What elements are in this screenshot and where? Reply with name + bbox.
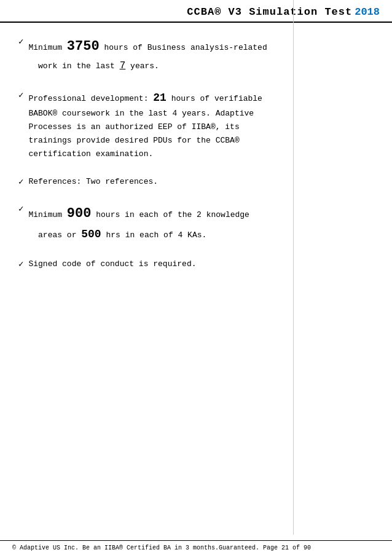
header-year: 2018 bbox=[355, 6, 380, 18]
checkmark-icon-2: ✓ bbox=[18, 90, 23, 100]
number-7: 7 bbox=[120, 60, 126, 71]
bullet-text-1: Minimum 3750 hours of Business analysis-… bbox=[28, 35, 374, 75]
bullet-text-5: Signed code of conduct is required. bbox=[28, 258, 374, 271]
header-title: CCBA® V3 Simulation Test bbox=[187, 6, 352, 18]
bullet-item-1: ✓ Minimum 3750 hours of Business analysi… bbox=[18, 35, 374, 75]
page-header: CCBA® V3 Simulation Test 2018 bbox=[0, 0, 392, 23]
checkmark-icon-5: ✓ bbox=[18, 259, 23, 269]
bullet-item-3: ✓ References: Two references. bbox=[18, 175, 374, 189]
checkmark-icon-4: ✓ bbox=[18, 203, 23, 214]
bullet-text-4: Minimum 900 hours in each of the 2 knowl… bbox=[28, 202, 374, 244]
main-content: ✓ Minimum 3750 hours of Business analysi… bbox=[0, 23, 392, 297]
number-500: 500 bbox=[81, 228, 101, 240]
bullet-item-5: ✓ Signed code of conduct is required. bbox=[18, 258, 374, 271]
checkmark-icon-3: ✓ bbox=[18, 176, 23, 187]
page-container: CCBA® V3 Simulation Test 2018 ✓ Minimum … bbox=[0, 0, 392, 555]
bullet-text-3: References: Two references. bbox=[28, 175, 374, 189]
page-footer: © Adaptive US Inc. Be an IIBA® Certified… bbox=[0, 540, 392, 555]
bullet-item-4: ✓ Minimum 900 hours in each of the 2 kno… bbox=[18, 202, 374, 244]
bullet-item-2: ✓ Professional development: 21 hours of … bbox=[18, 89, 374, 162]
bullet-text-2: Professional development: 21 hours of ve… bbox=[28, 89, 374, 162]
footer-text: © Adaptive US Inc. Be an IIBA® Certified… bbox=[12, 545, 311, 551]
number-3750: 3750 bbox=[67, 39, 100, 54]
vertical-divider bbox=[293, 0, 294, 535]
number-21: 21 bbox=[153, 92, 167, 104]
number-900: 900 bbox=[67, 206, 92, 221]
checkmark-icon-1: ✓ bbox=[18, 36, 23, 47]
